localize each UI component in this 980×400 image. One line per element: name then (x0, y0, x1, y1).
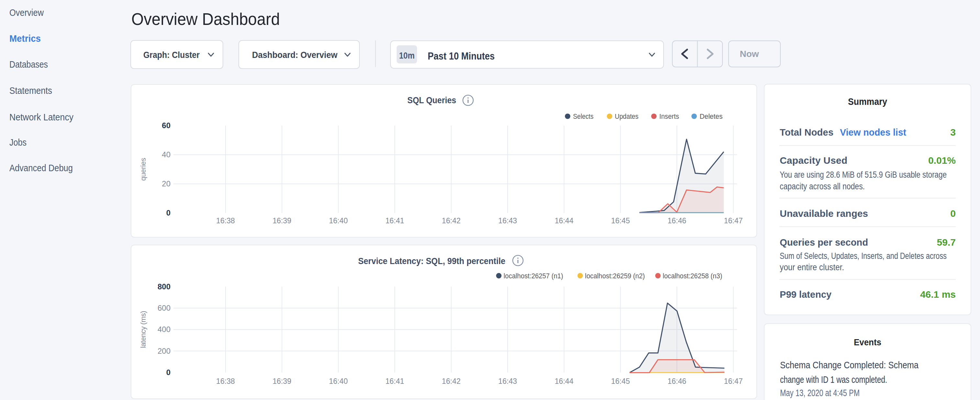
svg-text:16:41: 16:41 (385, 377, 404, 386)
svg-text:localhost:26258 (n3): localhost:26258 (n3) (663, 272, 722, 280)
svg-text:Events: Events (854, 338, 881, 347)
svg-text:40: 40 (162, 150, 170, 159)
svg-text:Now: Now (740, 49, 759, 59)
svg-text:16:44: 16:44 (555, 216, 573, 225)
svg-text:Network Latency: Network Latency (10, 112, 73, 122)
svg-text:Metrics: Metrics (10, 33, 41, 44)
svg-text:600: 600 (158, 304, 170, 312)
svg-text:Advanced Debug: Advanced Debug (10, 163, 73, 173)
svg-text:16:39: 16:39 (272, 216, 291, 225)
svg-text:May 13, 2020 at 4:45 PM: May 13, 2020 at 4:45 PM (780, 388, 860, 398)
svg-text:20: 20 (162, 179, 170, 188)
svg-text:0: 0 (166, 368, 170, 377)
svg-text:localhost:26259 (n2): localhost:26259 (n2) (585, 272, 645, 280)
svg-text:16:47: 16:47 (724, 216, 743, 225)
svg-text:Overview: Overview (10, 8, 44, 18)
svg-text:0.01%: 0.01% (928, 155, 956, 166)
svg-text:Schema Change Completed: Schem: Schema Change Completed: Schema (780, 360, 919, 370)
svg-text:Deletes: Deletes (700, 112, 722, 120)
svg-text:200: 200 (158, 347, 170, 355)
svg-text:800: 800 (158, 282, 170, 291)
svg-text:your entire cluster.: your entire cluster. (780, 263, 844, 272)
svg-text:0: 0 (166, 209, 170, 217)
svg-text:60: 60 (162, 121, 170, 130)
svg-text:0: 0 (950, 208, 956, 219)
svg-text:Graph: Cluster: Graph: Cluster (143, 50, 200, 60)
svg-text:Dashboard: Overview: Dashboard: Overview (252, 50, 337, 60)
svg-text:Unavailable ranges: Unavailable ranges (780, 208, 868, 219)
svg-text:16:43: 16:43 (498, 216, 517, 225)
svg-text:Service Latency: SQL, 99th per: Service Latency: SQL, 99th percentile (358, 256, 505, 266)
svg-text:16:40: 16:40 (329, 216, 348, 225)
svg-text:16:46: 16:46 (667, 216, 686, 225)
svg-text:Total Nodes: Total Nodes (780, 127, 834, 137)
svg-text:Summary: Summary (848, 96, 887, 107)
svg-text:Queries per second: Queries per second (780, 237, 868, 247)
svg-text:P99 latency: P99 latency (780, 289, 832, 300)
svg-text:16:41: 16:41 (385, 216, 404, 225)
svg-text:queries: queries (139, 158, 147, 181)
svg-text:3: 3 (950, 127, 956, 137)
svg-text:16:38: 16:38 (216, 216, 235, 225)
svg-text:10m: 10m (399, 51, 415, 61)
svg-text:16:47: 16:47 (724, 377, 743, 386)
svg-text:localhost:26257 (n1): localhost:26257 (n1) (504, 272, 563, 280)
svg-text:16:38: 16:38 (216, 377, 235, 386)
svg-text:400: 400 (158, 325, 170, 334)
svg-text:change with ID 1 was completed: change with ID 1 was completed. (780, 374, 887, 385)
svg-text:You are using 28.6 MiB of 515.: You are using 28.6 MiB of 515.9 GiB usab… (780, 170, 947, 180)
svg-text:latency (ms): latency (ms) (139, 311, 147, 348)
svg-text:16:45: 16:45 (611, 377, 630, 386)
svg-text:16:42: 16:42 (442, 377, 461, 386)
svg-text:16:40: 16:40 (329, 377, 348, 386)
svg-text:Inserts: Inserts (659, 112, 679, 120)
svg-text:Statements: Statements (10, 85, 52, 96)
svg-text:Jobs: Jobs (10, 137, 27, 148)
svg-text:Past 10 Minutes: Past 10 Minutes (428, 51, 495, 62)
svg-text:Selects: Selects (573, 112, 593, 120)
svg-text:16:44: 16:44 (555, 377, 573, 386)
svg-text:Updates: Updates (615, 112, 638, 120)
svg-text:46.1 ms: 46.1 ms (920, 289, 956, 300)
svg-text:Overview Dashboard: Overview Dashboard (131, 10, 280, 29)
svg-text:16:42: 16:42 (442, 216, 461, 225)
svg-text:16:45: 16:45 (611, 216, 630, 225)
svg-text:16:39: 16:39 (272, 377, 291, 386)
svg-text:Capacity Used: Capacity Used (780, 155, 847, 166)
svg-text:Databases: Databases (10, 59, 48, 70)
svg-text:SQL Queries: SQL Queries (407, 95, 456, 105)
svg-text:59.7: 59.7 (937, 237, 956, 247)
svg-text:capacity across all nodes.: capacity across all nodes. (780, 182, 865, 191)
svg-text:16:43: 16:43 (498, 377, 517, 386)
svg-text:Sum of Selects, Updates, Inser: Sum of Selects, Updates, Inserts, and De… (780, 251, 947, 261)
svg-text:View nodes list: View nodes list (840, 127, 906, 137)
svg-text:16:46: 16:46 (667, 377, 686, 386)
